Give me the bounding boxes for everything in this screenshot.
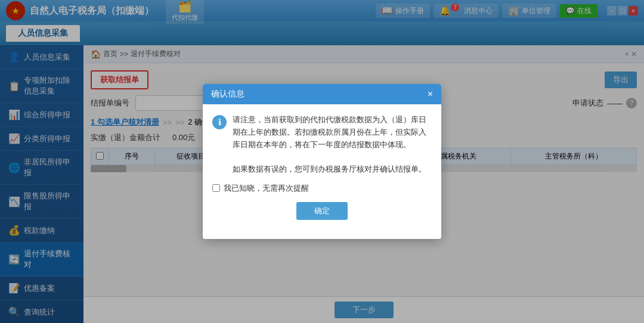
- confirm-modal: 确认信息 × ℹ 请注意，当前获取到的代扣代缴税款数据为入（退）库日期在上年的数…: [203, 84, 441, 239]
- modal-info-text: 请注意，当前获取到的代扣代缴税款数据为入（退）库日期在上年的数据。若扣缴税款所属…: [233, 114, 432, 176]
- modal-body: ℹ 请注意，当前获取到的代扣代缴税款数据为入（退）库日期在上年的数据。若扣缴税款…: [203, 104, 441, 239]
- no-remind-checkbox[interactable]: [212, 184, 220, 192]
- modal-overlay: 确认信息 × ℹ 请注意，当前获取到的代扣代缴税款数据为入（退）库日期在上年的数…: [0, 0, 644, 323]
- modal-confirm-button[interactable]: 确定: [296, 202, 348, 220]
- modal-close-button[interactable]: ×: [428, 89, 433, 100]
- modal-info-icon: ℹ: [212, 115, 227, 129]
- no-remind-label: 我已知晓，无需再次提醒: [224, 183, 309, 194]
- modal-info-row: ℹ 请注意，当前获取到的代扣代缴税款数据为入（退）库日期在上年的数据。若扣缴税款…: [212, 114, 432, 176]
- modal-checkbox-row: 我已知晓，无需再次提醒: [212, 183, 432, 194]
- modal-footer: 确定: [212, 202, 432, 229]
- modal-title-bar: 确认信息 ×: [203, 84, 441, 104]
- modal-title: 确认信息: [211, 89, 244, 100]
